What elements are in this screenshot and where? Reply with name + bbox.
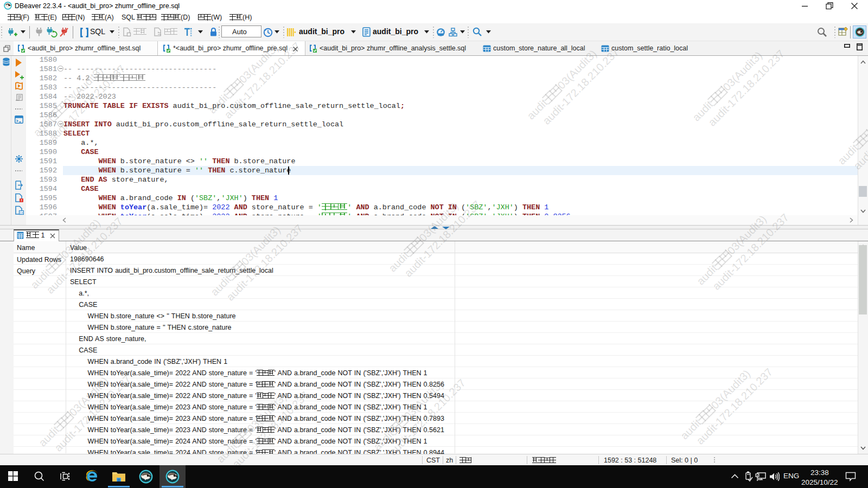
svg-text:(x): (x) bbox=[20, 211, 24, 215]
